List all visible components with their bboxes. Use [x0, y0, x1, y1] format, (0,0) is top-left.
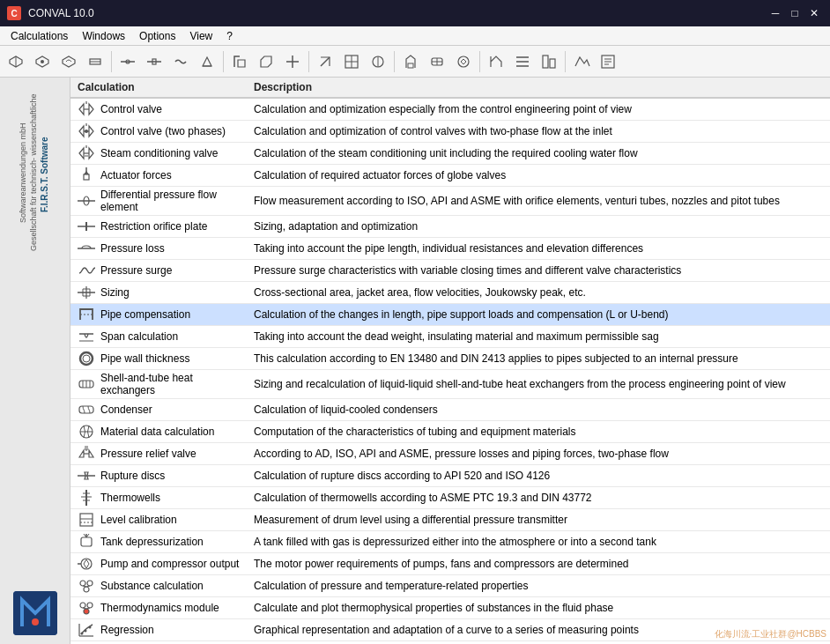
toolbar-btn-3[interactable] [56, 49, 81, 74]
calc-icon [78, 284, 95, 301]
toolbar-btn-2[interactable] [30, 49, 55, 74]
table-row[interactable]: Pressure surgePressure surge characteris… [70, 260, 830, 282]
svg-line-83 [83, 608, 86, 609]
menu-help[interactable]: ? [219, 26, 240, 45]
calc-icon [78, 423, 95, 440]
calc-name-cell: Pipe wall thickness [70, 348, 247, 369]
svg-rect-68 [80, 514, 93, 526]
menu-view[interactable]: View [182, 26, 219, 45]
calc-name-cell: Thermodynamics module [70, 597, 247, 618]
table-row[interactable]: Pressure relief valveAccording to AD, IS… [70, 443, 830, 465]
toolbar-btn-20[interactable] [537, 49, 561, 74]
toolbar-btn-18[interactable] [484, 49, 508, 74]
calc-icon [78, 100, 95, 118]
calc-name-text: Tank depressurization [100, 536, 204, 548]
table-row[interactable]: Span calculationTaking into account the … [70, 326, 830, 348]
calc-name-text: Steam conditioning valve [100, 147, 218, 159]
app-icon: C [7, 6, 21, 20]
calc-description-cell: Calculate and plot thermophysical proper… [247, 597, 830, 619]
menu-windows[interactable]: Windows [75, 26, 132, 45]
table-row[interactable]: Pipe wall thicknessThis calculation acco… [70, 348, 830, 370]
table-row[interactable]: Thermodynamics moduleCalculate and plot … [70, 597, 830, 619]
calc-name-cell: Pressure relief valve [70, 443, 247, 464]
close-button[interactable]: ✕ [805, 4, 823, 22]
calc-icon [78, 445, 95, 463]
calc-description-cell: Calculation of pressure and temperature-… [247, 575, 830, 597]
table-row[interactable]: Tank depressurizationA tank filled with … [70, 531, 830, 553]
svg-marker-42 [84, 171, 89, 174]
toolbar-btn-6[interactable] [142, 49, 167, 74]
svg-point-80 [80, 603, 85, 608]
calc-icon [78, 511, 95, 529]
menu-options[interactable]: Options [132, 26, 182, 45]
title-bar-left: C CONVAL 10.0 [7, 6, 94, 20]
toolbar-btn-19[interactable] [510, 49, 535, 74]
table-row[interactable]: Restriction orifice plateSizing, adaptat… [70, 216, 830, 238]
calc-name-cell: Material data calculation [70, 421, 247, 442]
toolbar-btn-11[interactable] [280, 49, 305, 74]
toolbar-btn-9[interactable] [227, 49, 252, 74]
table-row[interactable]: Actuator forcesCalculation of required a… [70, 165, 830, 187]
table-row[interactable]: Control valve (two phases)Calculation an… [70, 121, 830, 143]
menu-calculations[interactable]: Calculations [4, 26, 75, 45]
toolbar-btn-15[interactable] [398, 49, 423, 74]
calc-name-cell: Sizing [70, 282, 247, 303]
toolbar-btn-8[interactable] [195, 49, 219, 74]
toolbar-btn-10[interactable] [254, 49, 278, 74]
svg-point-53 [80, 352, 93, 365]
calc-name-cell: Pipe compensation [70, 304, 247, 325]
calc-name-cell: Restriction orifice plate [70, 216, 247, 237]
table-row[interactable]: CondenserCalculation of liquid-cooled co… [70, 399, 830, 421]
maximize-button[interactable]: □ [786, 4, 804, 22]
toolbar-btn-7[interactable] [168, 49, 193, 74]
calc-description-cell: Calculation of required actuator forces … [247, 165, 830, 187]
window-controls[interactable]: ─ □ ✕ [767, 4, 823, 22]
calc-icon [78, 533, 95, 551]
company-text: F.I.R.S.T. Software Gesellschaft für tec… [19, 86, 50, 263]
calc-icon [78, 489, 95, 507]
calc-name-cell: Control valve [70, 99, 247, 120]
svg-point-1 [41, 60, 44, 63]
toolbar-btn-22[interactable] [596, 49, 620, 74]
calc-description-cell: Sizing and recalculation of liquid-liqui… [247, 370, 830, 399]
table-row[interactable]: Pump and compressor outputThe motor powe… [70, 553, 830, 575]
svg-point-76 [87, 581, 93, 586]
calc-description-cell: Calculation and optimization of control … [247, 121, 830, 143]
window-title: CONVAL 10.0 [28, 7, 94, 19]
column-header-calculation: Calculation [70, 78, 247, 98]
calc-name-cell: Steam conditioning valve [70, 143, 247, 164]
table-row[interactable]: Rupture discsCalculation of rupture disc… [70, 465, 830, 487]
table-row[interactable]: Differential pressure flow elementFlow m… [70, 187, 830, 216]
toolbar-btn-13[interactable] [339, 49, 364, 74]
toolbar-btn-4[interactable] [83, 49, 107, 74]
toolbar-btn-21[interactable] [569, 49, 594, 74]
calc-name-text: Regression [100, 624, 154, 636]
svg-rect-46 [85, 222, 87, 231]
table-row[interactable]: Level calibrationMeasurement of drum lev… [70, 509, 830, 531]
table-row[interactable]: SizingCross-sectional area, jacket area,… [70, 282, 830, 304]
calc-name-cell: Shell-and-tube heat exchangers [70, 370, 247, 398]
toolbar-btn-5[interactable] [115, 49, 140, 74]
calc-name-cell: Substance calculation [70, 575, 247, 596]
calc-description-cell: A tank filled with gas is depressurized … [247, 531, 830, 553]
toolbar [0, 46, 830, 78]
svg-line-84 [86, 608, 90, 609]
calc-description-cell: Calculation of rupture discs according t… [247, 465, 830, 487]
table-row[interactable]: Steam conditioning valveCalculation of t… [70, 143, 830, 165]
calc-name-text: Restriction orifice plate [100, 220, 207, 233]
toolbar-btn-12[interactable] [313, 49, 337, 74]
minimize-button[interactable]: ─ [767, 4, 784, 22]
table-row[interactable]: Control valveCalculation and optimizatio… [70, 98, 830, 121]
toolbar-btn-17[interactable] [451, 49, 476, 74]
toolbar-btn-16[interactable] [425, 49, 449, 74]
table-row[interactable]: Material data calculationComputation of … [70, 421, 830, 443]
table-row[interactable]: Substance calculationCalculation of pres… [70, 575, 830, 597]
table-row[interactable]: Pressure lossTaking into account the pip… [70, 238, 830, 260]
table-row[interactable]: ThermowellsCalculation of thermowells ac… [70, 487, 830, 509]
table-row[interactable]: Shell-and-tube heat exchangersSizing and… [70, 370, 830, 399]
toolbar-btn-1[interactable] [4, 49, 28, 74]
calc-name-text: Pressure surge [100, 264, 172, 277]
toolbar-btn-14[interactable] [366, 49, 390, 74]
table-row[interactable]: Pipe compensationCalculation of the chan… [70, 304, 830, 326]
calc-icon [78, 240, 95, 257]
